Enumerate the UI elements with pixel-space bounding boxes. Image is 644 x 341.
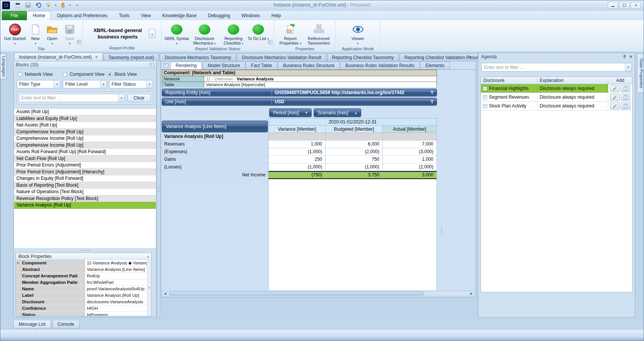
- dock-window-icon[interactable]: [149, 63, 154, 67]
- fact-cell-total[interactable]: 3,000: [383, 171, 437, 179]
- agenda-filter-input[interactable]: [482, 63, 625, 71]
- column-header[interactable]: Variance [Member]: [268, 125, 326, 133]
- menu-tab-knowledge-base[interactable]: Knowledge Base: [157, 11, 202, 20]
- fact-cell[interactable]: 6,000: [326, 141, 383, 148]
- block-list-item[interactable]: Comprehensive Income [Roll Up]: [14, 142, 156, 149]
- property-row[interactable]: ConfidenceHIGH: [16, 305, 151, 312]
- splitter-handle[interactable]: [14, 249, 156, 252]
- add-form-button[interactable]: [621, 94, 630, 101]
- validation-group-launcher-icon[interactable]: [268, 40, 272, 44]
- fact-cell[interactable]: 1,000: [268, 141, 326, 148]
- app-icon[interactable]: [2, 2, 10, 9]
- doc-tab-instance[interactable]: Instance (instance_dr-ForChris.xml)×: [14, 53, 103, 61]
- tab-overflow-icon[interactable]: ▾: [469, 55, 471, 59]
- tab-console[interactable]: Console: [52, 320, 80, 328]
- sidebar-tab-languages[interactable]: Languages: [0, 53, 7, 79]
- fact-cell-total[interactable]: (750): [268, 171, 326, 179]
- column-header-actual[interactable]: Actual [Member]: [383, 125, 437, 133]
- property-row[interactable]: Member Aggregation Pattefro:WholePart: [16, 279, 151, 286]
- column-header[interactable]: Add: [608, 77, 632, 84]
- column-header[interactable]: Explanation: [537, 77, 608, 84]
- block-list-item[interactable]: Assets [Roll Up]: [14, 109, 156, 115]
- menu-tab-tools[interactable]: Tools: [113, 11, 135, 20]
- scroll-right-icon[interactable]: ▶: [468, 292, 474, 295]
- doc-tab-reporting-checklist-validation[interactable]: Reporting Checklist Validation Result: [400, 53, 484, 61]
- add-form-button[interactable]: [621, 85, 630, 92]
- clear-filter-button[interactable]: Clear: [127, 94, 151, 102]
- save-icon[interactable]: [24, 2, 32, 9]
- property-row[interactable]: Disclosuredisclosures:VarianceAnalysis: [16, 299, 151, 305]
- caret-down-icon[interactable]: ▾: [118, 94, 125, 102]
- menu-tab-options[interactable]: Options and Preferences: [51, 11, 113, 20]
- expand-icon[interactable]: +: [483, 86, 487, 91]
- splitter-handle[interactable]: [441, 229, 442, 234]
- file-group-launcher-icon[interactable]: [77, 40, 81, 44]
- horizontal-scrollbar[interactable]: ◀ ▶: [162, 291, 475, 296]
- fact-cell[interactable]: (2,000): [326, 148, 383, 156]
- doc-tab-reporting-checklist-taxonomy[interactable]: Reporting Checklist Taxonomy: [327, 53, 399, 61]
- block-list-item[interactable]: Basis of Reporting [Text Block]: [14, 182, 156, 189]
- property-row[interactable]: Nameproof:VarianceAnalysisRollUp: [16, 286, 151, 292]
- format-painter-icon[interactable]: [45, 2, 52, 9]
- unit-axis-bar[interactable]: Unit [Axis] USD: [162, 98, 437, 106]
- todo-list-button[interactable]: To Do List ▾: [248, 21, 269, 46]
- block-list-item[interactable]: Nature of Operations [Text Block]: [14, 189, 156, 195]
- fact-cell[interactable]: 7,000: [383, 141, 437, 148]
- fact-cell[interactable]: (1,000): [268, 163, 326, 171]
- customize-toolbar-icon[interactable]: ▾: [77, 3, 78, 7]
- caret-down-icon[interactable]: ▾: [146, 80, 153, 88]
- properties-scrollbar[interactable]: ▼: [147, 260, 151, 316]
- disclosure-mechanics-button[interactable]: Disclosure Mechanics ▾: [190, 21, 219, 46]
- reporting-checklist-button[interactable]: Reporting Checklist ▾: [219, 21, 248, 46]
- agenda-row-selected[interactable]: +Financial Highlights Disclosure always …: [481, 84, 632, 93]
- auto-generate-button[interactable]: [610, 94, 620, 101]
- close-panel-icon[interactable]: ×: [630, 54, 632, 59]
- agenda-row[interactable]: +Segment Revenues Disclosure always requ…: [481, 93, 632, 102]
- add-form-button[interactable]: [621, 102, 630, 109]
- doc-tab-disclosure-mechanics-validation[interactable]: Disclosure Mechanics Validation Result: [237, 53, 326, 61]
- component-view-radio[interactable]: Component View: [62, 72, 107, 77]
- fact-cell[interactable]: 1,000: [383, 156, 437, 163]
- fact-cell[interactable]: (3,000): [383, 148, 437, 156]
- network-view-radio[interactable]: Network View: [18, 72, 62, 77]
- filter-funnel-icon[interactable]: [430, 91, 434, 95]
- menu-tab-windows[interactable]: Windows: [236, 11, 266, 20]
- period-axis-button[interactable]: Period [Axis]▼: [269, 109, 312, 117]
- new-button[interactable]: New▾: [27, 21, 43, 46]
- agenda-row[interactable]: +Stock Plan Activity Disclosure always r…: [481, 102, 632, 110]
- filter-status-select[interactable]: Filter Status▾: [109, 80, 153, 88]
- maximize-button[interactable]: [619, 2, 630, 9]
- block-list-item[interactable]: Comprehensive Income [Roll Up]: [14, 135, 156, 142]
- tab-elements[interactable]: Elements: [420, 62, 450, 69]
- panel-splitter[interactable]: [157, 61, 160, 317]
- scrollbar-thumb[interactable]: [169, 292, 423, 295]
- blocks-filter-input[interactable]: [19, 94, 118, 102]
- block-list-item[interactable]: Prior Period Errors [Adjustment]: [14, 162, 156, 169]
- filter-funnel-icon[interactable]: [430, 100, 434, 104]
- reporting-entity-axis-bar[interactable]: Reporting Entity [Axis] GH259400TOMPUOLS…: [162, 89, 437, 96]
- block-list-item[interactable]: Liabilities and Equity [Roll Up]: [14, 115, 156, 122]
- doc-tab-taxonomy[interactable]: Taxonomy (report.xsd): [104, 53, 159, 61]
- caret-down-icon[interactable]: ▾: [100, 80, 107, 88]
- auto-generate-button[interactable]: [610, 102, 620, 109]
- collapse-icon[interactable]: ▴: [147, 255, 149, 258]
- block-list-item[interactable]: Changes in Equity [Roll Forward]: [14, 175, 156, 182]
- doc-tab-disclosure-mechanics-taxonomy[interactable]: Disclosure Mechanics Taxonomy: [160, 53, 236, 61]
- close-tab-icon[interactable]: ×: [95, 53, 98, 61]
- tab-business-rules-structure[interactable]: Business Rules Structure: [278, 62, 340, 69]
- caret-down-icon[interactable]: ▾: [54, 80, 60, 88]
- block-list-item[interactable]: Revenue Recognition Policy [Text Block]: [14, 195, 156, 202]
- scroll-left-icon[interactable]: ◀: [162, 292, 168, 295]
- sidebar-tab-state-properties[interactable]: State Properties: [637, 53, 644, 93]
- menu-tab-home[interactable]: Home: [27, 11, 51, 20]
- expander-icon[interactable]: ▶: [16, 260, 21, 266]
- xbrl-syntax-button[interactable]: XBRL Syntax▾: [164, 21, 190, 46]
- tab-rendering[interactable]: Rendering: [170, 62, 202, 69]
- block-list-item[interactable]: Prior Period Errors [Adjustment] [Hierar…: [14, 169, 156, 176]
- block-list-item[interactable]: Comprehensive Income [Roll Up]: [14, 129, 156, 136]
- hand-tool-caret-icon[interactable]: ▾: [69, 3, 71, 7]
- format-painter-caret-icon[interactable]: ▾: [55, 3, 56, 7]
- fact-cell[interactable]: 250: [268, 156, 326, 163]
- column-header[interactable]: Disclosure: [481, 77, 537, 84]
- save-button[interactable]: Save▾: [61, 21, 78, 46]
